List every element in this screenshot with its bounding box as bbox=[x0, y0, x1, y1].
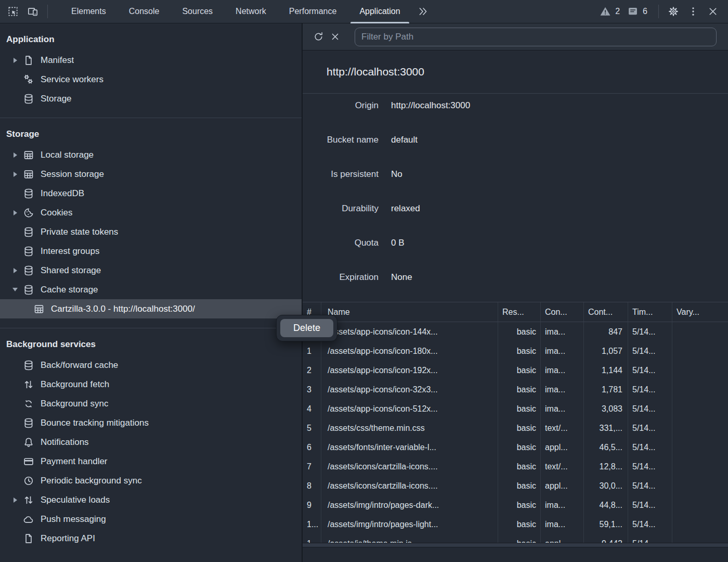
tree-item-interest-groups[interactable]: Interest groups bbox=[0, 241, 302, 261]
cell-res: basic bbox=[498, 380, 541, 399]
table-row[interactable]: 2/assets/app-icons/icon-192x...basicima.… bbox=[303, 361, 728, 380]
tree-item-indexeddb[interactable]: IndexedDB bbox=[0, 184, 302, 203]
table-row[interactable]: 3/assets/app-icons/icon-32x3...basicima.… bbox=[303, 380, 728, 399]
tree-item-private-state-tokens[interactable]: Private state tokens bbox=[0, 222, 302, 241]
horizontal-scrollbar[interactable] bbox=[303, 543, 728, 547]
table-row[interactable]: 6/assets/fonts/inter-variable-l...basica… bbox=[303, 438, 728, 457]
database-icon bbox=[23, 417, 34, 429]
context-menu-delete[interactable]: Delete bbox=[280, 319, 333, 337]
tree-item-periodic-background-sync[interactable]: Periodic background sync bbox=[0, 471, 302, 490]
cell-len: 46,5... bbox=[584, 438, 628, 457]
detail-row-durability: Durabilityrelaxed bbox=[303, 197, 728, 231]
cell-name: /assets/app-icons/icon-180x... bbox=[321, 341, 498, 361]
cell-con: ima... bbox=[541, 361, 584, 380]
cell-res: basic bbox=[498, 418, 541, 438]
expander-collapsed-icon[interactable] bbox=[11, 151, 19, 159]
tree-item-session-storage[interactable]: Session storage bbox=[0, 164, 302, 184]
table-row[interactable]: 5/assets/css/theme.min.cssbasictext/...3… bbox=[303, 418, 728, 438]
database-icon bbox=[23, 226, 34, 238]
column-header-con[interactable]: Con... bbox=[541, 302, 584, 322]
console-messages-button[interactable]: 6 bbox=[626, 2, 654, 21]
expander-placeholder bbox=[11, 439, 19, 446]
tree-item-cache-storage[interactable]: Cache storage bbox=[0, 280, 302, 299]
table-row[interactable]: 0/assets/app-icons/icon-144x...basicima.… bbox=[303, 322, 728, 341]
tree-item-label: Cartzilla-3.0.0 - http://localhost:3000/ bbox=[51, 304, 195, 314]
tree-item-cartzilla-3-0-0-http-localhost-3000[interactable]: Cartzilla-3.0.0 - http://localhost:3000/ bbox=[0, 299, 302, 318]
column-header-res[interactable]: Res... bbox=[498, 302, 541, 322]
expander-collapsed-icon[interactable] bbox=[11, 171, 19, 178]
tree-item-push-messaging[interactable]: Push messaging bbox=[0, 509, 302, 529]
column-header-tim[interactable]: Tim... bbox=[628, 302, 672, 322]
tree-item-shared-storage[interactable]: Shared storage bbox=[0, 261, 302, 280]
cell-vary bbox=[672, 476, 728, 495]
expander-collapsed-icon[interactable] bbox=[11, 209, 19, 216]
tree-item-background-sync[interactable]: Background sync bbox=[0, 394, 302, 413]
tree-item-local-storage[interactable]: Local storage bbox=[0, 145, 302, 164]
tree-item-label: Back/forward cache bbox=[41, 360, 118, 371]
tree-item-label: Bounce tracking mitigations bbox=[41, 418, 149, 428]
cell-name: /assets/app-icons/icon-512x... bbox=[321, 399, 498, 418]
tree-item-background-fetch[interactable]: Background fetch bbox=[0, 375, 302, 394]
table-row[interactable]: 9/assets/img/intro/pages-dark...basicima… bbox=[303, 495, 728, 515]
tree-item-manifest[interactable]: Manifest bbox=[0, 50, 302, 70]
cache-entries-table: #NameRes...Con...Cont...Tim...Vary... 0/… bbox=[303, 302, 728, 562]
kebab-menu-icon[interactable] bbox=[683, 2, 703, 21]
tree-item-label: Shared storage bbox=[41, 265, 101, 276]
tab-network[interactable]: Network bbox=[224, 0, 278, 23]
cell-name: /assets/icons/cartzilla-icons.... bbox=[321, 476, 498, 495]
cell-con: ima... bbox=[541, 515, 584, 534]
cell-num: 3 bbox=[303, 380, 321, 399]
expander-collapsed-icon[interactable] bbox=[11, 267, 19, 274]
tree-item-service-workers[interactable]: Service workers bbox=[0, 70, 302, 89]
clear-icon[interactable] bbox=[327, 29, 343, 45]
expander-expanded-icon[interactable] bbox=[11, 286, 19, 293]
document-icon bbox=[23, 55, 34, 66]
gear-icon[interactable] bbox=[664, 2, 683, 21]
tree-item-payment-handler[interactable]: Payment handler bbox=[0, 452, 302, 471]
tab-application[interactable]: Application bbox=[348, 0, 411, 23]
filter-by-path-input[interactable] bbox=[355, 28, 717, 46]
table-row[interactable]: 1.../assets/img/intro/pages-light...basi… bbox=[303, 515, 728, 534]
tree-item-speculative-loads[interactable]: Speculative loads bbox=[0, 490, 302, 509]
column-header-name[interactable]: Name bbox=[321, 302, 498, 322]
expander-collapsed-icon[interactable] bbox=[11, 57, 19, 64]
tree-item-label: Interest groups bbox=[41, 246, 99, 257]
arrows-up-down-icon bbox=[23, 379, 34, 390]
expander-placeholder bbox=[11, 381, 19, 388]
device-toolbar-icon[interactable] bbox=[23, 2, 43, 21]
tab-performance[interactable]: Performance bbox=[278, 0, 348, 23]
table-row[interactable]: 1.../assets/js/theme.min.jsbasicappl...9… bbox=[303, 534, 728, 543]
tab-console[interactable]: Console bbox=[118, 0, 171, 23]
detail-label: Expiration bbox=[303, 272, 379, 300]
tab-elements[interactable]: Elements bbox=[60, 0, 118, 23]
tree-item-label: Notifications bbox=[41, 437, 89, 448]
table-row[interactable]: 4/assets/app-icons/icon-512x...basicima.… bbox=[303, 399, 728, 418]
column-header-cont[interactable]: Cont... bbox=[584, 302, 628, 322]
cell-vary bbox=[672, 438, 728, 457]
tree-item-label: Push messaging bbox=[41, 514, 106, 525]
tree-item-notifications[interactable]: Notifications bbox=[0, 432, 302, 452]
column-header-vary[interactable]: Vary... bbox=[672, 302, 728, 322]
bell-icon bbox=[23, 437, 34, 448]
database-icon bbox=[23, 188, 34, 199]
refresh-icon[interactable] bbox=[310, 29, 327, 45]
cell-time: 5/14... bbox=[628, 476, 672, 495]
message-count: 6 bbox=[643, 7, 647, 16]
tree-item-cookies[interactable]: Cookies bbox=[0, 203, 302, 222]
close-icon[interactable] bbox=[703, 2, 723, 21]
tree-item-storage[interactable]: Storage bbox=[0, 89, 302, 108]
warnings-button[interactable]: 2 bbox=[599, 2, 626, 21]
cell-len: 12,8... bbox=[584, 457, 628, 476]
table-row[interactable]: 7/assets/icons/cartzilla-icons....basict… bbox=[303, 457, 728, 476]
tree-item-reporting-api[interactable]: Reporting API bbox=[0, 529, 302, 548]
tree-item-back-forward-cache[interactable]: Back/forward cache bbox=[0, 355, 302, 375]
sync-icon bbox=[23, 398, 34, 410]
cell-name: /assets/img/intro/pages-dark... bbox=[321, 495, 498, 515]
more-tabs-button[interactable] bbox=[413, 2, 433, 21]
expander-collapsed-icon[interactable] bbox=[11, 496, 19, 504]
tree-item-bounce-tracking-mitigations[interactable]: Bounce tracking mitigations bbox=[0, 413, 302, 432]
inspect-cursor-icon[interactable] bbox=[3, 2, 23, 21]
tab-sources[interactable]: Sources bbox=[171, 0, 224, 23]
table-row[interactable]: 1/assets/app-icons/icon-180x...basicima.… bbox=[303, 341, 728, 361]
table-row[interactable]: 8/assets/icons/cartzilla-icons....basica… bbox=[303, 476, 728, 495]
